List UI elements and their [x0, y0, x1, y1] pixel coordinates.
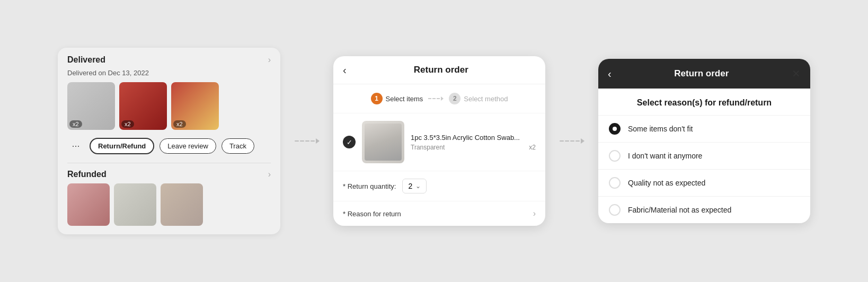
radio-quality[interactable] — [609, 177, 621, 189]
reason-label: * Reason for return — [343, 210, 401, 218]
step-2-circle: 2 — [449, 93, 460, 104]
reason-chevron-icon: › — [533, 209, 536, 218]
refunded-thumb-3 — [161, 183, 203, 226]
product-thumb-2: x2 — [119, 82, 167, 130]
radio-fabric[interactable] — [609, 204, 621, 216]
return-refund-button[interactable]: Return/Refund — [90, 138, 154, 154]
steps-row: 1 Select items 2 Select method — [333, 84, 545, 113]
back-button-2[interactable]: ‹ — [343, 65, 347, 75]
qty-value: 2 — [408, 182, 412, 190]
refunded-section-header: Refunded › — [58, 163, 280, 183]
step-2-label: Select method — [464, 95, 508, 103]
reason-text-fit: Some items don't fit — [628, 125, 693, 133]
leave-review-button[interactable]: Leave review — [160, 138, 216, 154]
refunded-chevron-icon[interactable]: › — [268, 170, 271, 179]
qty-badge-2: x2 — [121, 120, 134, 128]
refunded-thumb-1 — [67, 183, 110, 226]
product-variant: Transparent x2 — [411, 144, 536, 151]
dark-modal-title: Return order — [612, 68, 792, 79]
return-qty-label: * Return quantity: — [343, 182, 396, 190]
delivery-date: Delivered on Dec 13, 2022 — [58, 69, 280, 82]
dark-modal-header: ‹ Return order ✕ — [598, 59, 810, 89]
modal-title-2: Return order — [347, 65, 536, 75]
refunded-thumb-2 — [114, 183, 156, 226]
back-button-3[interactable]: ‹ — [608, 68, 612, 79]
reason-item-want[interactable]: I don't want it anymore — [598, 142, 810, 169]
step-2-num: 2 — [453, 95, 457, 102]
product-thumb-1: x2 — [67, 82, 115, 130]
arrow-1 — [280, 138, 333, 144]
reasons-subtitle: Select reason(s) for refund/return — [598, 89, 810, 115]
variant-qty: x2 — [529, 144, 536, 151]
reasons-list: Some items don't fit I don't want it any… — [598, 115, 810, 223]
step-2: 2 Select method — [449, 93, 508, 104]
reason-item-fabric[interactable]: Fabric/Material not as expected — [598, 196, 810, 223]
close-button[interactable]: ✕ — [792, 67, 801, 80]
step-1: 1 Select items — [371, 93, 423, 104]
product-images-row: x2 x2 x2 — [58, 82, 280, 137]
delivered-title: Delivered — [67, 55, 105, 65]
qty-chevron-icon: ⌄ — [415, 182, 421, 190]
step-1-circle: 1 — [371, 93, 383, 104]
modal-header-2: ‹ Return order — [333, 56, 545, 84]
qty-select-dropdown[interactable]: 2 ⌄ — [402, 179, 427, 193]
track-button[interactable]: Track — [222, 138, 254, 154]
return-order-modal: ‹ Return order 1 Select items 2 Select m… — [333, 56, 545, 226]
qty-badge-3: x2 — [173, 120, 186, 128]
delivered-section-header: Delivered › — [58, 48, 280, 69]
refunded-images-row — [58, 183, 280, 234]
return-product-row: 1pc 3.5*3.5in Acrylic Cotton Swab... Tra… — [333, 113, 545, 171]
reason-row[interactable]: * Reason for return › — [333, 201, 545, 226]
product-thumb-3: x2 — [171, 82, 219, 130]
order-card: Delivered › Delivered on Dec 13, 2022 x2… — [58, 48, 280, 234]
product-image — [362, 121, 404, 163]
product-name: 1pc 3.5*3.5in Acrylic Cotton Swab... — [411, 134, 536, 142]
reason-text-fabric: Fabric/Material not as expected — [628, 206, 731, 214]
step-1-num: 1 — [375, 95, 378, 102]
qty-badge-1: x2 — [69, 120, 82, 128]
reason-item-fit[interactable]: Some items don't fit — [598, 115, 810, 142]
refunded-title: Refunded — [67, 170, 107, 179]
radio-fit[interactable] — [609, 123, 621, 135]
return-qty-row: * Return quantity: 2 ⌄ — [333, 171, 545, 201]
step-1-label: Select items — [386, 95, 423, 103]
product-info: 1pc 3.5*3.5in Acrylic Cotton Swab... Tra… — [411, 134, 536, 151]
delivered-chevron-icon[interactable]: › — [268, 55, 271, 65]
reason-text-want: I don't want it anymore — [628, 152, 702, 160]
reason-text-quality: Quality not as expected — [628, 179, 705, 187]
product-check-icon[interactable] — [343, 136, 356, 148]
reason-item-quality[interactable]: Quality not as expected — [598, 169, 810, 196]
more-options-button[interactable]: ··· — [67, 137, 84, 154]
variant-label: Transparent — [411, 144, 445, 151]
radio-want[interactable] — [609, 150, 621, 162]
action-buttons-row: ··· Return/Refund Leave review Track — [58, 137, 280, 163]
arrow-2 — [545, 138, 598, 144]
step-arrow-icon — [428, 96, 444, 101]
reason-selection-modal: ‹ Return order ✕ Select reason(s) for re… — [598, 59, 810, 223]
